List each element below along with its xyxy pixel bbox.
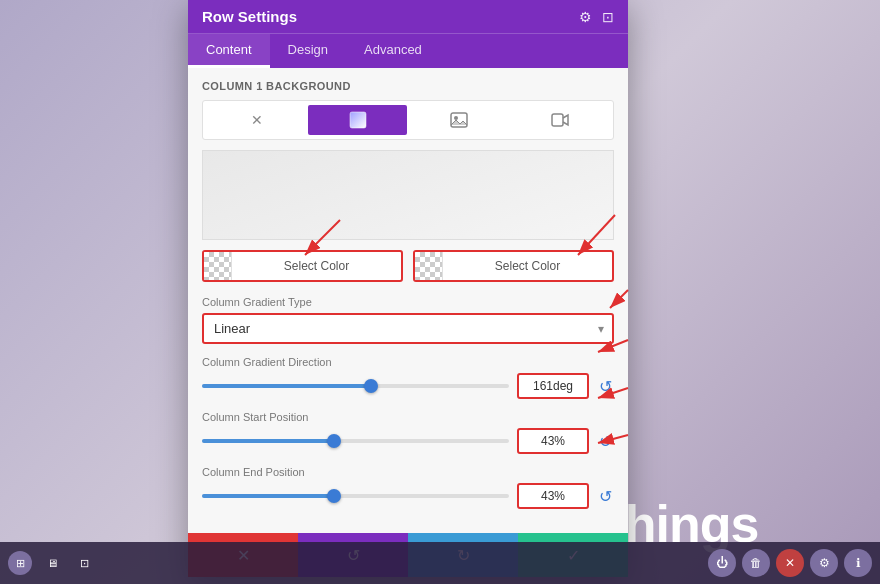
taskbar: ⊞ 🖥 ⊡ ⏻ 🗑 ✕ ⚙ ℹ — [0, 542, 880, 584]
gradient-end-fill — [202, 494, 334, 498]
gradient-end-reset[interactable]: ↺ — [597, 487, 614, 506]
gradient-type-row: Column Gradient Type Linear Radial ▾ — [202, 296, 614, 344]
trash-icon[interactable]: 🗑 — [742, 549, 770, 577]
resize-icon[interactable]: ⊡ — [602, 9, 614, 25]
modal-body: Column 1 Background ✕ — [188, 68, 628, 533]
modal-tabs: Content Design Advanced — [188, 33, 628, 68]
close-taskbar-icon[interactable]: ✕ — [776, 549, 804, 577]
gradient-type-select[interactable]: Linear Radial — [204, 315, 612, 342]
modal-header: Row Settings ⚙ ⊡ — [188, 0, 628, 33]
gradient-start-fill — [202, 439, 334, 443]
gradient-end-row: Column End Position ↺ — [202, 466, 614, 509]
monitor-icon[interactable]: 🖥 — [40, 551, 64, 575]
taskbar-right-icons: ⏻ 🗑 ✕ ⚙ ℹ — [708, 549, 872, 577]
window-icon[interactable]: ⊡ — [72, 551, 96, 575]
gradient-start-label: Column Start Position — [202, 411, 614, 423]
bg-type-row: ✕ — [202, 100, 614, 140]
modal-header-icons: ⚙ ⊡ — [579, 9, 614, 25]
tab-advanced[interactable]: Advanced — [346, 34, 440, 68]
gradient-direction-fill — [202, 384, 371, 388]
tab-design[interactable]: Design — [270, 34, 346, 68]
gradient-direction-control: ↺ — [202, 373, 614, 399]
settings-taskbar-icon[interactable]: ⚙ — [810, 549, 838, 577]
gradient-start-control: ↺ — [202, 428, 614, 454]
gradient-direction-thumb[interactable] — [364, 379, 378, 393]
gradient-start-row: Column Start Position ↺ — [202, 411, 614, 454]
color-label-1: Select Color — [232, 259, 401, 273]
gradient-direction-input[interactable] — [517, 373, 589, 399]
section-label: Column 1 Background — [202, 80, 614, 92]
gradient-end-input[interactable] — [517, 483, 589, 509]
gradient-direction-label: Column Gradient Direction — [202, 356, 614, 368]
gradient-end-control: ↺ — [202, 483, 614, 509]
svg-rect-3 — [552, 114, 563, 126]
bg-type-none[interactable]: ✕ — [207, 105, 306, 135]
gradient-end-label: Column End Position — [202, 466, 614, 478]
row-settings-modal: Row Settings ⚙ ⊡ Content Design Advanced… — [188, 0, 628, 577]
color-checker-1 — [204, 252, 232, 280]
info-taskbar-icon[interactable]: ℹ — [844, 549, 872, 577]
gradient-direction-track[interactable] — [202, 384, 509, 388]
color-selectors: Select Color Select Color — [202, 250, 614, 282]
gradient-start-reset[interactable]: ↺ — [597, 432, 614, 451]
power-icon[interactable]: ⏻ — [708, 549, 736, 577]
color-selector-1[interactable]: Select Color — [202, 250, 403, 282]
bg-type-image[interactable] — [409, 105, 508, 135]
color-label-2: Select Color — [443, 259, 612, 273]
bg-type-video[interactable] — [510, 105, 609, 135]
gradient-start-track[interactable] — [202, 439, 509, 443]
gradient-end-track[interactable] — [202, 494, 509, 498]
gradient-type-select-wrapper: Linear Radial ▾ — [202, 313, 614, 344]
bg-type-gradient[interactable] — [308, 105, 407, 135]
color-checker-2 — [415, 252, 443, 280]
tab-content[interactable]: Content — [188, 34, 270, 68]
gradient-preview — [202, 150, 614, 240]
gradient-end-thumb[interactable] — [327, 489, 341, 503]
gradient-direction-reset[interactable]: ↺ — [597, 377, 614, 396]
gradient-direction-row: Column Gradient Direction ↺ — [202, 356, 614, 399]
gradient-start-input[interactable] — [517, 428, 589, 454]
gradient-start-thumb[interactable] — [327, 434, 341, 448]
color-selector-2[interactable]: Select Color — [413, 250, 614, 282]
svg-rect-0 — [350, 112, 366, 128]
gear-icon[interactable]: ⚙ — [579, 9, 592, 25]
gradient-type-label: Column Gradient Type — [202, 296, 614, 308]
apps-icon[interactable]: ⊞ — [8, 551, 32, 575]
modal-title: Row Settings — [202, 8, 297, 25]
